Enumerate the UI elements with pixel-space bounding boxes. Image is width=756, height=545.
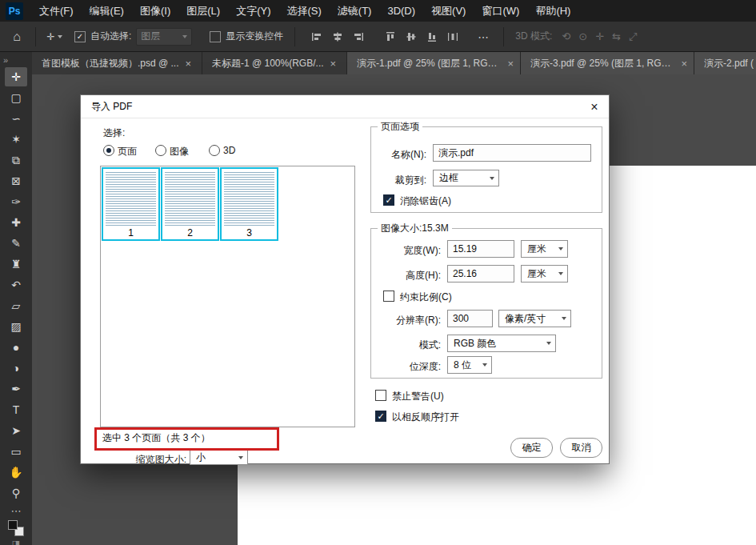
tool-move[interactable]: ✛	[5, 67, 27, 86]
reverse-order-label[interactable]: 以相反顺序打开	[392, 411, 459, 424]
pdf-page-thumbnail[interactable]: 2	[161, 167, 219, 241]
tool-healing-brush[interactable]: ✚	[5, 213, 27, 232]
menu-item-view[interactable]: 视图(V)	[423, 0, 474, 22]
tool-quick-selection[interactable]: ✶	[5, 130, 27, 149]
document-tab[interactable]: 演示-2.pdf (	[694, 52, 756, 74]
auto-select-checkbox[interactable]	[74, 31, 86, 42]
expand-toolbar-icon[interactable]: »	[0, 52, 10, 66]
tool-dodge[interactable]: ◑	[5, 359, 27, 378]
tool-zoom[interactable]: ⚲	[5, 483, 27, 503]
foreground-color-swatch[interactable]	[8, 520, 18, 530]
document-tab[interactable]: 演示-3.pdf @ 25% (图层 1, RGB...	[521, 52, 694, 74]
antialias-label[interactable]: 消除锯齿(A)	[400, 194, 451, 208]
crop-to-dropdown[interactable]: 边框	[433, 170, 499, 186]
tool-gradient[interactable]: ▨	[5, 317, 27, 336]
home-icon[interactable]: ⌂	[6, 26, 27, 47]
document-tab[interactable]: 演示-1.pdf @ 25% (图层 1, RGB...	[347, 52, 520, 74]
pdf-page-thumbnail[interactable]: 3	[220, 167, 278, 241]
resolution-unit-dropdown[interactable]: 像素/英寸	[498, 310, 571, 327]
edit-toolbar-icon[interactable]: ⋯	[11, 505, 22, 517]
bit-depth-dropdown[interactable]: 8 位	[447, 356, 492, 374]
tool-rectangular-marquee[interactable]: ▢	[5, 88, 27, 107]
menu-item-filter[interactable]: 滤镜(T)	[330, 0, 380, 22]
resolution-unit-value: 像素/英寸	[505, 312, 546, 326]
close-icon[interactable]	[507, 58, 514, 70]
menu-item-3d[interactable]: 3D(D)	[379, 0, 423, 22]
quick-mask-icon[interactable]: ◨	[12, 539, 20, 545]
tool-clone-stamp[interactable]: ♜	[5, 254, 27, 274]
radio-3d[interactable]	[209, 145, 220, 156]
tool-eraser[interactable]: ▱	[5, 296, 27, 315]
orbit-3d-icon[interactable]: ⟲	[562, 30, 570, 42]
align-top-icon[interactable]	[380, 27, 401, 46]
name-input[interactable]	[433, 144, 591, 162]
radio-pages[interactable]	[103, 145, 114, 156]
menu-item-window[interactable]: 窗口(W)	[474, 0, 527, 22]
cancel-button[interactable]: 取消	[560, 438, 602, 458]
radio-3d-label[interactable]: 3D	[223, 145, 235, 156]
tool-path-selection[interactable]: ➤	[5, 421, 27, 440]
close-icon[interactable]	[580, 95, 609, 118]
close-icon[interactable]	[681, 58, 687, 70]
pdf-page-thumbnail[interactable]: 1	[102, 167, 160, 241]
roll-3d-icon[interactable]: ⊙	[578, 30, 587, 42]
tool-lasso[interactable]: ∽	[5, 109, 27, 128]
align-bottom-icon[interactable]	[422, 27, 442, 46]
menu-item-type[interactable]: 文字(Y)	[228, 0, 278, 22]
auto-select-target-dropdown[interactable]: 图层	[136, 28, 192, 46]
dialog-title-bar[interactable]: 导入 PDF	[81, 95, 609, 118]
menu-item-help[interactable]: 帮助(H)	[527, 0, 578, 22]
menu-item-edit[interactable]: 编辑(E)	[82, 0, 132, 22]
resolution-input[interactable]	[447, 310, 493, 327]
height-input[interactable]	[447, 265, 514, 283]
suppress-warnings-label[interactable]: 禁止警告(U)	[392, 390, 444, 403]
menu-item-select[interactable]: 选择(S)	[278, 0, 329, 22]
pdf-page-list[interactable]: 1 2 3	[100, 166, 355, 427]
distribute-horizontal-icon[interactable]	[442, 27, 463, 46]
tool-brush[interactable]: ✎	[5, 234, 27, 253]
tool-hand[interactable]: ✋	[5, 463, 27, 482]
tool-history-brush[interactable]: ↶	[5, 275, 27, 295]
show-transform-checkbox[interactable]	[210, 31, 221, 42]
menu-item-image[interactable]: 图像(I)	[132, 0, 178, 22]
move-tool-preset-icon[interactable]: ✛	[44, 26, 65, 47]
drag-3d-icon[interactable]: ✛	[595, 30, 604, 42]
antialias-checkbox[interactable]	[383, 194, 394, 206]
reverse-order-checkbox[interactable]	[375, 411, 386, 422]
scale-3d-icon[interactable]: ⤢	[629, 30, 637, 43]
width-input[interactable]	[447, 240, 514, 258]
tool-pen[interactable]: ✒	[5, 379, 27, 399]
tool-rectangle[interactable]: ▭	[5, 442, 27, 461]
menu-item-layer[interactable]: 图层(L)	[178, 0, 228, 22]
document-tab[interactable]: 未标题-1 @ 100%(RGB/...	[202, 52, 346, 74]
close-icon[interactable]	[186, 58, 192, 70]
radio-pages-label[interactable]: 页面	[118, 145, 137, 158]
tool-frame[interactable]: ⊠	[5, 171, 27, 190]
document-tab[interactable]: 首图模板（迅捷视频）.psd @ ...	[32, 52, 202, 74]
thumbnail-size-dropdown[interactable]: 小	[190, 450, 248, 465]
close-icon[interactable]	[330, 58, 337, 70]
tool-blur[interactable]: ●	[5, 338, 27, 357]
height-unit-dropdown[interactable]: 厘米	[521, 265, 568, 283]
tool-eyedropper[interactable]: ✑	[5, 192, 27, 211]
foreground-background-color-swatches[interactable]	[7, 520, 25, 536]
mode-dropdown[interactable]: RGB 颜色	[447, 335, 556, 352]
align-middle-vertical-icon[interactable]	[401, 27, 422, 46]
photoshop-logo[interactable]: Ps	[6, 2, 23, 20]
radio-images[interactable]	[155, 145, 166, 156]
select-label: 选择:	[103, 126, 125, 140]
radio-images-label[interactable]: 图像	[170, 145, 189, 158]
slide-3d-icon[interactable]: ⇆	[612, 30, 621, 42]
constrain-proportions-label[interactable]: 约束比例(C)	[400, 291, 452, 304]
constrain-proportions-checkbox[interactable]	[383, 291, 394, 302]
ok-button[interactable]: 确定	[510, 438, 553, 458]
width-unit-dropdown[interactable]: 厘米	[521, 240, 568, 258]
menu-item-file[interactable]: 文件(F)	[31, 0, 82, 22]
tool-crop[interactable]: ⧉	[5, 150, 27, 170]
suppress-warnings-checkbox[interactable]	[375, 390, 386, 401]
tool-type[interactable]: T	[5, 400, 27, 419]
align-center-horizontal-icon[interactable]	[327, 27, 348, 46]
align-left-icon[interactable]	[306, 27, 327, 46]
more-align-options-icon[interactable]: ⋯	[471, 26, 495, 47]
align-right-icon[interactable]	[348, 27, 369, 46]
